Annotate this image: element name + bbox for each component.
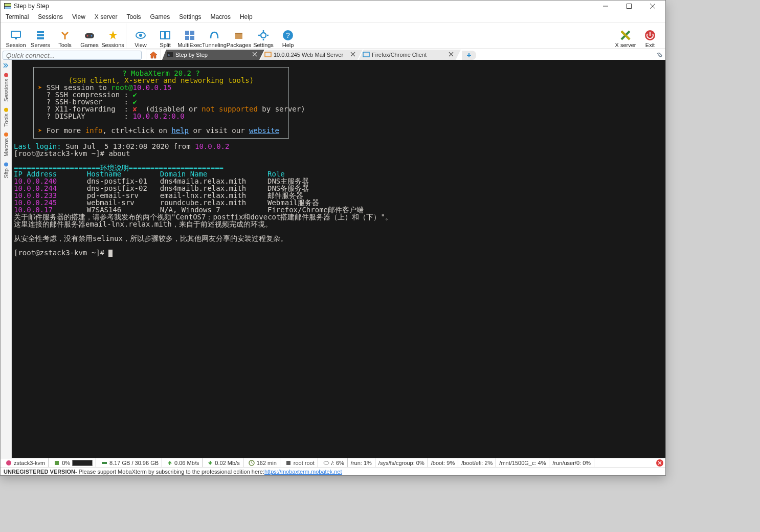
menu-xserver[interactable]: X server: [93, 12, 120, 21]
svg-rect-50: [102, 462, 107, 464]
menubar: Terminal Sessions View X server Tools Ga…: [1, 12, 665, 22]
minimize-button[interactable]: [594, 1, 617, 11]
help-icon: ?: [282, 29, 294, 41]
window-caption-buttons: [594, 1, 664, 11]
rack-icon: [34, 29, 47, 41]
toolbar-tools-label: Tools: [58, 42, 72, 48]
svg-rect-52: [286, 461, 290, 465]
tab-mail[interactable]: 10.0.0.245 Web Mail Server: [260, 50, 363, 60]
tab-ffchrome[interactable]: Firefox/Chrome Client: [359, 50, 461, 60]
menu-games[interactable]: Games: [148, 12, 172, 21]
monitor-blue-icon: [363, 51, 370, 58]
star-icon: [107, 29, 119, 41]
tab-step[interactable]: >_Step by Step: [162, 50, 264, 60]
svg-point-48: [6, 460, 11, 465]
toolbar-help-button[interactable]: ?Help: [276, 24, 300, 48]
maximize-button[interactable]: [617, 1, 641, 11]
svg-text:?: ?: [286, 31, 290, 39]
toolbar-split-label: Split: [160, 42, 170, 48]
toolbar-split-button[interactable]: Split: [153, 24, 177, 48]
new-tab-button[interactable]: [462, 51, 476, 60]
status-disk-0[interactable]: /: 6%: [320, 458, 348, 467]
toolbar-tools-button[interactable]: Tools: [53, 24, 77, 48]
svg-rect-9: [37, 31, 44, 33]
svg-rect-18: [161, 32, 165, 39]
registration-link[interactable]: https://mobaxterm.mobatek.net: [264, 469, 342, 475]
toolbar-xserver-label: X server: [615, 42, 636, 48]
status-close-button[interactable]: [656, 459, 663, 467]
menu-terminal[interactable]: Terminal: [4, 12, 31, 21]
tunnel-icon: [208, 29, 220, 41]
tab-strip: >_Step by Step10.0.0.245 Web Mail Server…: [1, 49, 665, 60]
svg-point-13: [87, 35, 88, 37]
quick-connect-input[interactable]: [3, 51, 142, 60]
svg-rect-49: [55, 461, 59, 465]
status-disk-6[interactable]: /run/user/0: 0%: [549, 458, 594, 467]
status-ram-value: 8.17 GB / 30.96 GB: [109, 460, 159, 466]
tab-home[interactable]: [146, 50, 161, 60]
sidebar-item-macros[interactable]: Macros: [3, 129, 9, 160]
status-host-label: zstack3-kvm: [14, 460, 45, 466]
svg-rect-10: [37, 34, 44, 36]
toolbar-settings-button[interactable]: Settings: [251, 24, 276, 48]
terminal[interactable]: ? MobaXterm 20.2 ? (SSH client, X-server…: [12, 60, 665, 458]
status-disk-2[interactable]: /sys/fs/cgroup: 0%: [375, 458, 428, 467]
status-uptime[interactable]: 162 min: [245, 458, 280, 467]
menu-sessions[interactable]: Sessions: [36, 12, 65, 21]
close-button[interactable]: [641, 1, 664, 11]
status-net-up[interactable]: 0.06 Mb/s: [164, 458, 203, 467]
status-user[interactable]: root root: [282, 458, 318, 467]
status-ram[interactable]: 8.17 GB / 30.96 GB: [98, 458, 162, 467]
status-bar: zstack3-kvm 0% 8.17 GB / 30.96 GB 0.06 M…: [1, 458, 665, 467]
toolbar-games-button[interactable]: Games: [77, 24, 102, 48]
gear-icon: [257, 29, 270, 41]
toolbar-tunneling-button[interactable]: Tunneling: [202, 24, 227, 48]
monitor-orange-icon: [264, 51, 272, 58]
toolbar-xserver-button[interactable]: X server: [613, 24, 638, 48]
toolbar-packages-button[interactable]: Packages: [227, 24, 251, 48]
svg-rect-22: [185, 36, 189, 40]
cpu-usage-bar: [72, 460, 93, 466]
svg-rect-19: [166, 32, 170, 39]
tab-mail-close[interactable]: [350, 52, 355, 57]
menu-settings[interactable]: Settings: [177, 12, 203, 21]
toolbar-session-button[interactable]: Session: [4, 24, 28, 48]
menu-help[interactable]: Help: [238, 12, 255, 21]
svg-rect-7: [11, 31, 20, 37]
sidebar-item-sessions[interactable]: Sessions: [3, 70, 9, 105]
sidebar: SessionsToolsMacrosSftp: [1, 60, 12, 458]
toolbar-sessions-label: Sessions: [101, 42, 124, 48]
sidebar-collapse-button[interactable]: [2, 62, 11, 69]
tab-step-close[interactable]: [252, 52, 257, 57]
status-disk-5[interactable]: /mnt/1500G_c: 4%: [496, 458, 549, 467]
toolbar-exit-button[interactable]: Exit: [638, 24, 662, 48]
toolbar-sessions-button[interactable]: Sessions: [102, 24, 126, 48]
menu-view[interactable]: View: [70, 12, 87, 21]
status-disk-3[interactable]: /boot: 9%: [428, 458, 458, 467]
home-icon: [149, 51, 158, 59]
toolbar-servers-button[interactable]: Servers: [28, 24, 53, 48]
menu-macros[interactable]: Macros: [209, 12, 233, 21]
sidebar-item-sftp[interactable]: Sftp: [3, 160, 9, 182]
status-down-value: 0.02 Mb/s: [215, 460, 239, 466]
disk-icon: [323, 460, 329, 466]
toolbar-view-button[interactable]: View: [128, 24, 153, 48]
sidebar-item-tools[interactable]: Tools: [3, 105, 9, 130]
toolbar-tunneling-label: Tunneling: [202, 42, 227, 48]
sidebar-tools-label: Tools: [3, 114, 9, 127]
status-host[interactable]: zstack3-kvm: [3, 458, 49, 467]
status-disk-4[interactable]: /boot/efi: 2%: [458, 458, 496, 467]
tab-step-label: Step by Step: [175, 52, 208, 58]
status-net-down[interactable]: 0.02 Mb/s: [205, 458, 243, 467]
tab-ffchrome-close[interactable]: [449, 52, 454, 57]
toolbar-games-label: Games: [80, 42, 98, 48]
svg-rect-20: [185, 31, 189, 35]
svg-point-14: [91, 35, 93, 37]
svg-marker-35: [150, 52, 157, 58]
svg-rect-12: [85, 33, 94, 38]
menu-tools[interactable]: Tools: [125, 12, 143, 21]
status-cpu[interactable]: 0%: [51, 458, 96, 467]
status-disk-1[interactable]: /run: 1%: [348, 458, 375, 467]
paperclip-icon[interactable]: [654, 51, 663, 60]
toolbar-multiexec-button[interactable]: MultiExec: [177, 24, 202, 48]
